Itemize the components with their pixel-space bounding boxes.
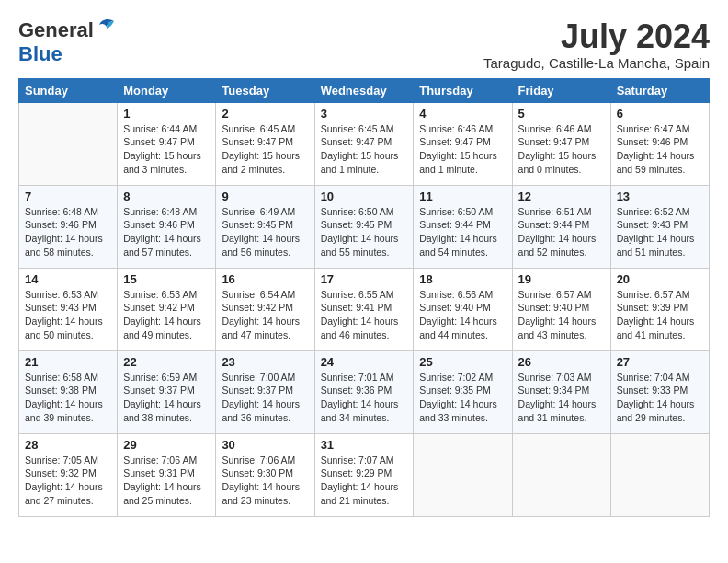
day-number: 12 bbox=[518, 190, 605, 203]
day-number: 27 bbox=[617, 355, 703, 369]
day-info: Sunrise: 7:04 AMSunset: 9:33 PMDaylight:… bbox=[617, 371, 703, 425]
day-info: Sunrise: 6:50 AMSunset: 9:44 PMDaylight:… bbox=[419, 205, 506, 259]
weekday-header-cell: Friday bbox=[512, 78, 610, 102]
day-info: Sunrise: 6:45 AMSunset: 9:47 PMDaylight:… bbox=[222, 122, 308, 177]
logo-bird-icon bbox=[96, 16, 116, 38]
calendar-day-cell: 3Sunrise: 6:45 AMSunset: 9:47 PMDaylight… bbox=[314, 102, 414, 185]
day-number: 16 bbox=[222, 272, 308, 286]
calendar-day-cell: 8Sunrise: 6:48 AMSunset: 9:46 PMDaylight… bbox=[118, 185, 216, 268]
day-info: Sunrise: 7:00 AMSunset: 9:37 PMDaylight:… bbox=[222, 371, 308, 425]
day-number: 17 bbox=[321, 272, 408, 286]
day-info: Sunrise: 6:50 AMSunset: 9:45 PMDaylight:… bbox=[321, 205, 408, 259]
day-info: Sunrise: 6:45 AMSunset: 9:47 PMDaylight:… bbox=[321, 122, 408, 177]
day-info: Sunrise: 6:53 AMSunset: 9:42 PMDaylight:… bbox=[123, 288, 210, 342]
calendar-table: SundayMondayTuesdayWednesdayThursdayFrid… bbox=[18, 78, 710, 517]
calendar-day-cell: 20Sunrise: 6:57 AMSunset: 9:39 PMDayligh… bbox=[610, 268, 709, 350]
day-number: 2 bbox=[222, 107, 308, 121]
day-number: 15 bbox=[123, 272, 210, 286]
day-number: 31 bbox=[321, 438, 408, 452]
calendar-day-cell bbox=[610, 433, 709, 516]
day-number: 11 bbox=[419, 190, 506, 203]
calendar-day-cell: 14Sunrise: 6:53 AMSunset: 9:43 PMDayligh… bbox=[19, 268, 118, 350]
calendar-week-row: 21Sunrise: 6:58 AMSunset: 9:38 PMDayligh… bbox=[19, 350, 710, 433]
day-info: Sunrise: 6:59 AMSunset: 9:37 PMDaylight:… bbox=[123, 371, 210, 425]
calendar-day-cell: 22Sunrise: 6:59 AMSunset: 9:37 PMDayligh… bbox=[118, 350, 216, 433]
day-number: 30 bbox=[222, 438, 308, 452]
calendar-day-cell: 26Sunrise: 7:03 AMSunset: 9:34 PMDayligh… bbox=[512, 350, 610, 433]
day-number: 22 bbox=[123, 355, 210, 369]
day-number: 18 bbox=[419, 272, 506, 286]
location-subtitle: Taragudo, Castille-La Mancha, Spain bbox=[483, 55, 710, 71]
calendar-body: 1Sunrise: 6:44 AMSunset: 9:47 PMDaylight… bbox=[19, 102, 710, 516]
day-info: Sunrise: 6:48 AMSunset: 9:46 PMDaylight:… bbox=[123, 205, 210, 259]
day-number: 10 bbox=[321, 190, 408, 203]
calendar-day-cell: 28Sunrise: 7:05 AMSunset: 9:32 PMDayligh… bbox=[19, 433, 118, 516]
day-info: Sunrise: 6:56 AMSunset: 9:40 PMDaylight:… bbox=[419, 288, 506, 342]
day-number: 14 bbox=[25, 272, 111, 286]
weekday-header-cell: Tuesday bbox=[216, 78, 314, 102]
page-header: General Blue July 2024 Taragudo, Castill… bbox=[18, 18, 710, 71]
day-number: 5 bbox=[518, 107, 605, 121]
day-info: Sunrise: 6:57 AMSunset: 9:40 PMDaylight:… bbox=[518, 288, 605, 342]
calendar-week-row: 1Sunrise: 6:44 AMSunset: 9:47 PMDaylight… bbox=[19, 102, 710, 185]
calendar-day-cell: 10Sunrise: 6:50 AMSunset: 9:45 PMDayligh… bbox=[314, 185, 414, 268]
day-info: Sunrise: 7:03 AMSunset: 9:34 PMDaylight:… bbox=[518, 371, 605, 425]
day-info: Sunrise: 7:06 AMSunset: 9:31 PMDaylight:… bbox=[123, 454, 210, 508]
day-info: Sunrise: 6:47 AMSunset: 9:46 PMDaylight:… bbox=[617, 122, 703, 177]
weekday-header-cell: Sunday bbox=[19, 78, 118, 102]
calendar-day-cell: 27Sunrise: 7:04 AMSunset: 9:33 PMDayligh… bbox=[610, 350, 709, 433]
day-number: 1 bbox=[123, 107, 210, 121]
weekday-header-cell: Monday bbox=[118, 78, 216, 102]
calendar-day-cell: 30Sunrise: 7:06 AMSunset: 9:30 PMDayligh… bbox=[216, 433, 314, 516]
calendar-day-cell: 29Sunrise: 7:06 AMSunset: 9:31 PMDayligh… bbox=[118, 433, 216, 516]
calendar-day-cell: 31Sunrise: 7:07 AMSunset: 9:29 PMDayligh… bbox=[314, 433, 414, 516]
calendar-day-cell: 11Sunrise: 6:50 AMSunset: 9:44 PMDayligh… bbox=[414, 185, 512, 268]
day-number: 3 bbox=[321, 107, 408, 121]
day-number: 20 bbox=[617, 272, 703, 286]
calendar-day-cell: 4Sunrise: 6:46 AMSunset: 9:47 PMDaylight… bbox=[414, 102, 512, 185]
calendar-day-cell: 18Sunrise: 6:56 AMSunset: 9:40 PMDayligh… bbox=[414, 268, 512, 350]
calendar-day-cell: 25Sunrise: 7:02 AMSunset: 9:35 PMDayligh… bbox=[414, 350, 512, 433]
day-info: Sunrise: 7:02 AMSunset: 9:35 PMDaylight:… bbox=[419, 371, 506, 425]
day-number: 19 bbox=[518, 272, 605, 286]
calendar-week-row: 7Sunrise: 6:48 AMSunset: 9:46 PMDaylight… bbox=[19, 185, 710, 268]
day-info: Sunrise: 6:53 AMSunset: 9:43 PMDaylight:… bbox=[25, 288, 111, 342]
calendar-day-cell: 17Sunrise: 6:55 AMSunset: 9:41 PMDayligh… bbox=[314, 268, 414, 350]
day-info: Sunrise: 6:46 AMSunset: 9:47 PMDaylight:… bbox=[419, 122, 506, 177]
day-info: Sunrise: 6:55 AMSunset: 9:41 PMDaylight:… bbox=[321, 288, 408, 342]
logo-blue: Blue bbox=[18, 42, 63, 65]
day-info: Sunrise: 6:46 AMSunset: 9:47 PMDaylight:… bbox=[518, 122, 605, 177]
day-info: Sunrise: 7:07 AMSunset: 9:29 PMDaylight:… bbox=[321, 454, 408, 508]
logo-general: General bbox=[18, 18, 94, 42]
day-number: 26 bbox=[518, 355, 605, 369]
day-info: Sunrise: 7:01 AMSunset: 9:36 PMDaylight:… bbox=[321, 371, 408, 425]
day-info: Sunrise: 6:52 AMSunset: 9:43 PMDaylight:… bbox=[617, 205, 703, 259]
day-number: 13 bbox=[617, 190, 703, 203]
day-number: 29 bbox=[123, 438, 210, 452]
day-info: Sunrise: 6:51 AMSunset: 9:44 PMDaylight:… bbox=[518, 205, 605, 259]
weekday-header-cell: Wednesday bbox=[314, 78, 414, 102]
day-info: Sunrise: 6:57 AMSunset: 9:39 PMDaylight:… bbox=[617, 288, 703, 342]
calendar-week-row: 28Sunrise: 7:05 AMSunset: 9:32 PMDayligh… bbox=[19, 433, 710, 516]
day-number: 28 bbox=[25, 438, 111, 452]
calendar-day-cell: 2Sunrise: 6:45 AMSunset: 9:47 PMDaylight… bbox=[216, 102, 314, 185]
day-number: 25 bbox=[419, 355, 506, 369]
day-info: Sunrise: 7:05 AMSunset: 9:32 PMDaylight:… bbox=[25, 454, 111, 508]
logo: General Blue bbox=[18, 18, 116, 66]
weekday-header-row: SundayMondayTuesdayWednesdayThursdayFrid… bbox=[19, 78, 710, 102]
day-info: Sunrise: 6:48 AMSunset: 9:46 PMDaylight:… bbox=[25, 205, 111, 259]
calendar-day-cell: 21Sunrise: 6:58 AMSunset: 9:38 PMDayligh… bbox=[19, 350, 118, 433]
calendar-day-cell: 24Sunrise: 7:01 AMSunset: 9:36 PMDayligh… bbox=[314, 350, 414, 433]
calendar-week-row: 14Sunrise: 6:53 AMSunset: 9:43 PMDayligh… bbox=[19, 268, 710, 350]
calendar-day-cell: 6Sunrise: 6:47 AMSunset: 9:46 PMDaylight… bbox=[610, 102, 709, 185]
day-info: Sunrise: 6:49 AMSunset: 9:45 PMDaylight:… bbox=[222, 205, 308, 259]
calendar-day-cell: 7Sunrise: 6:48 AMSunset: 9:46 PMDaylight… bbox=[19, 185, 118, 268]
calendar-day-cell bbox=[19, 102, 118, 185]
day-number: 21 bbox=[25, 355, 111, 369]
day-number: 6 bbox=[617, 107, 703, 121]
calendar-day-cell: 1Sunrise: 6:44 AMSunset: 9:47 PMDaylight… bbox=[118, 102, 216, 185]
title-block: July 2024 Taragudo, Castille-La Mancha, … bbox=[483, 18, 710, 71]
calendar-day-cell bbox=[512, 433, 610, 516]
calendar-day-cell: 13Sunrise: 6:52 AMSunset: 9:43 PMDayligh… bbox=[610, 185, 709, 268]
weekday-header-cell: Saturday bbox=[610, 78, 709, 102]
